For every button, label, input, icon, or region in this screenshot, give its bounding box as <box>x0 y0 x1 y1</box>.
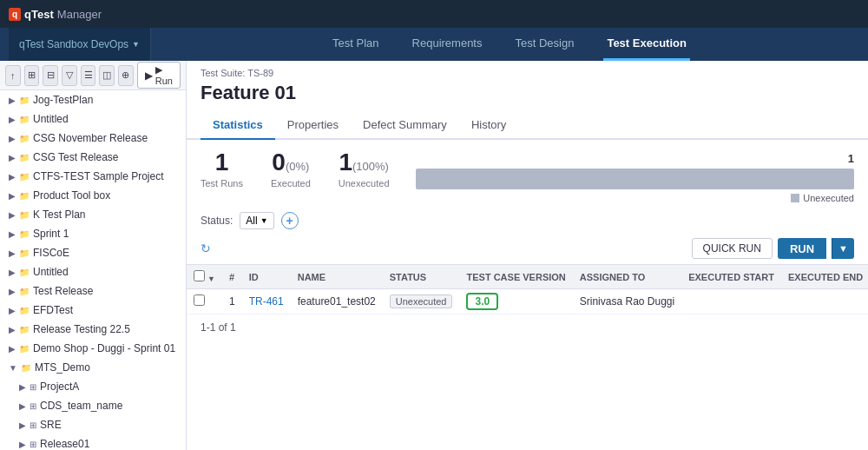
app-logo: q qTest Manager <box>9 8 102 21</box>
toolbar-btn-filter[interactable]: ▽ <box>62 65 77 86</box>
chevron-down-icon: ▼ <box>260 216 268 225</box>
stat-runs-value: 1 <box>201 149 243 176</box>
run-dropdown-button[interactable]: ▼ <box>832 238 854 259</box>
run-icon: ▶ <box>145 69 153 82</box>
sidebar-item-jog[interactable]: ▶ 📁 Jog-TestPlan <box>0 90 186 109</box>
col-exec-end: EXECUTED END <box>781 265 868 289</box>
nav-bar: qTest Sandbox DevOps ▼ Test Plan Require… <box>0 28 868 61</box>
sidebar-item-release-testing[interactable]: ▶ 📁 Release Testing 22.5 <box>0 320 186 339</box>
sidebar-item-release01[interactable]: ▶ ⊞ Release01 <box>0 434 186 450</box>
sidebar-item-fiscoe[interactable]: ▶ 📁 FISCoE <box>0 243 186 262</box>
legend-label-unexecuted: Unexecuted <box>803 193 854 203</box>
tab-test-execution[interactable]: Test Execution <box>603 28 690 61</box>
stat-unexecuted-value: 1(100%) <box>339 149 390 176</box>
sidebar-item-mts[interactable]: ▼ 📁 MTS_Demo <box>0 358 186 377</box>
expand-icon: ▶ <box>19 420 26 430</box>
expand-icon: ▶ <box>19 401 26 411</box>
sidebar-item-product[interactable]: ▶ 📁 Product Tool box <box>0 186 186 205</box>
col-version: TEST CASE VERSION <box>459 265 572 289</box>
folder-icon: 📁 <box>19 229 30 239</box>
project-name: qTest Sandbox DevOps <box>19 38 128 50</box>
project-selector[interactable]: qTest Sandbox DevOps ▼ <box>9 28 151 61</box>
tab-requirements[interactable]: Requirements <box>409 28 486 61</box>
expand-icon: ▶ <box>9 344 16 354</box>
folder-icon: 📁 <box>19 134 30 143</box>
main-layout: ↑ ⊞ ⊟ ▽ ☰ ◫ ⊕ ▶ ▶ Run ▶ 📁 Jog-TestPlan ▶… <box>0 61 868 450</box>
toolbar-btn-4[interactable]: ☰ <box>81 65 96 86</box>
sidebar-item-csg-nov[interactable]: ▶ 📁 CSG November Release <box>0 129 186 148</box>
run-button[interactable]: RUN <box>778 238 826 259</box>
row-name: feature01_test02 <box>291 289 383 314</box>
folder-icon: 📁 <box>19 268 30 277</box>
expand-icon: ▶ <box>9 172 16 182</box>
tab-defect-summary[interactable]: Defect Summary <box>351 111 459 140</box>
folder-icon: 📁 <box>19 191 30 201</box>
sidebar-item-sprint1[interactable]: ▶ 📁 Sprint 1 <box>0 224 186 243</box>
progress-legend: Unexecuted <box>416 193 854 203</box>
sidebar-item-ctfs[interactable]: ▶ 📁 CTFS-TEST Sample Project <box>0 167 186 186</box>
sidebar-item-untitled1[interactable]: ▶ 📁 Untitled <box>0 109 186 129</box>
toolbar-btn-2[interactable]: ⊞ <box>24 65 40 86</box>
folder-icon: 📁 <box>19 153 30 162</box>
row-checkbox[interactable] <box>194 294 205 306</box>
sidebar-item-efdtest[interactable]: ▶ 📁 EFDTest <box>0 301 186 320</box>
sidebar-item-demoshop[interactable]: ▶ 📁 Demo Shop - Duggi - Sprint 01 <box>0 339 186 358</box>
folder-icon: 📁 <box>19 115 30 124</box>
suite-icon: ⊞ <box>30 420 36 430</box>
tab-properties[interactable]: Properties <box>275 111 351 140</box>
toolbar-run-button[interactable]: ▶ ▶ Run <box>137 62 181 89</box>
sidebar-item-csg-test[interactable]: ▶ 📁 CSG Test Release <box>0 148 186 167</box>
toolbar-btn-3[interactable]: ⊟ <box>43 65 58 86</box>
sidebar-item-projecta[interactable]: ▶ ⊞ ProjectA <box>0 377 186 396</box>
page-title: Feature 01 <box>187 78 868 111</box>
sidebar-item-untitled2[interactable]: ▶ 📁 Untitled <box>0 262 186 281</box>
folder-icon: 📁 <box>19 96 30 105</box>
stat-executed: 0(0%) Executed <box>271 149 311 189</box>
tab-history[interactable]: History <box>459 111 518 140</box>
progress-bar-unexecuted <box>416 169 854 189</box>
row-exec-start <box>681 289 781 314</box>
row-checkbox-cell <box>187 289 222 314</box>
row-id: TR-461 <box>242 289 291 314</box>
tab-statistics[interactable]: Statistics <box>201 111 275 140</box>
expand-icon: ▶ <box>9 325 16 334</box>
folder-icon: 📁 <box>19 287 30 296</box>
status-filter-bar: Status: All ▼ + <box>187 203 868 238</box>
row-num: 1 <box>222 289 242 314</box>
folder-icon: 📁 <box>21 363 31 373</box>
toolbar-btn-6[interactable]: ⊕ <box>118 65 134 86</box>
tab-test-plan[interactable]: Test Plan <box>329 28 382 61</box>
row-version: 3.0 <box>459 289 572 314</box>
status-dropdown[interactable]: All ▼ <box>240 212 273 229</box>
folder-icon: 📁 <box>19 210 30 220</box>
stat-executed-label: Executed <box>271 178 311 189</box>
select-all-checkbox[interactable] <box>194 270 205 281</box>
logo-icon: q <box>9 8 21 21</box>
folder-icon: 📁 <box>19 325 30 334</box>
tab-test-design[interactable]: Test Design <box>511 28 577 61</box>
expand-icon: ▶ <box>19 440 26 449</box>
expand-icon: ▶ <box>9 268 16 277</box>
toolbar-btn-1[interactable]: ↑ <box>5 65 21 86</box>
breadcrumb: Test Suite: TS-89 <box>187 61 868 78</box>
add-status-button[interactable]: + <box>281 212 299 229</box>
row-exec-end <box>781 289 868 314</box>
sidebar-item-testrelease[interactable]: ▶ 📁 Test Release <box>0 281 186 301</box>
nav-tabs: Test Plan Requirements Test Design Test … <box>151 28 868 61</box>
sidebar-item-cds[interactable]: ▶ ⊞ CDS_team_name <box>0 396 186 415</box>
stat-test-runs: 1 Test Runs <box>201 149 243 189</box>
sidebar-item-ktest[interactable]: ▶ 📁 K Test Plan <box>0 205 186 224</box>
expand-icon: ▶ <box>9 96 16 105</box>
toolbar-btn-5[interactable]: ◫ <box>99 65 115 86</box>
quick-run-button[interactable]: QUICK RUN <box>692 238 773 259</box>
suite-icon: ⊞ <box>30 382 36 392</box>
row-id-link[interactable]: TR-461 <box>249 295 284 308</box>
row-assigned: Srinivasa Rao Duggi <box>573 289 681 314</box>
sidebar-item-sre[interactable]: ▶ ⊞ SRE <box>0 415 186 434</box>
stat-unexecuted-label: Unexecuted <box>339 178 390 189</box>
expand-icon: ▶ <box>9 210 16 220</box>
expand-icon: ▼ <box>9 363 17 373</box>
action-bar: QUICK RUN RUN ▼ <box>692 238 854 259</box>
expand-icon: ▶ <box>9 229 16 239</box>
refresh-icon[interactable]: ↻ <box>201 242 211 255</box>
